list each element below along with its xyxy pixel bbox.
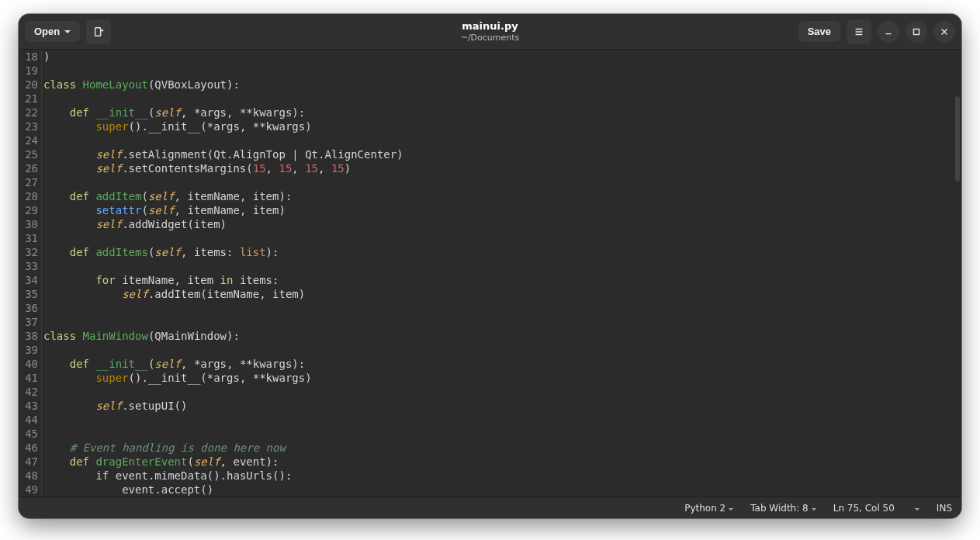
line-number: 33 [19, 259, 38, 273]
new-document-icon [93, 26, 104, 37]
line-number: 39 [19, 343, 38, 357]
line-number: 34 [19, 273, 38, 287]
line-number: 36 [19, 301, 38, 315]
minimize-icon [883, 26, 894, 37]
chevron-down-icon [725, 503, 733, 514]
status-bar: Python 2 Tab Width: 8 Ln 75, Col 50 INS [19, 497, 961, 518]
line-number: 46 [19, 441, 38, 455]
code-line[interactable]: def addItems(self, items: list): [43, 245, 961, 259]
save-button[interactable]: Save [798, 21, 840, 42]
insert-mode-label: INS [937, 503, 952, 514]
line-number: 43 [19, 399, 38, 413]
code-line[interactable]: def dragEnterEvent(self, event): [43, 455, 961, 469]
chevron-down-icon [64, 26, 71, 37]
line-number: 42 [19, 385, 38, 399]
line-number: 21 [19, 92, 38, 106]
line-number: 35 [19, 287, 38, 301]
language-label: Python 2 [684, 503, 725, 514]
code-line[interactable] [43, 92, 961, 106]
svg-rect-1 [914, 29, 919, 34]
tab-width-label: Tab Width: 8 [750, 503, 808, 514]
line-number: 31 [19, 231, 38, 245]
open-button-label: Open [34, 26, 60, 37]
line-number: 40 [19, 357, 38, 371]
code-line[interactable] [43, 64, 961, 78]
code-line[interactable] [43, 413, 961, 427]
code-line[interactable]: if event.mimeData().hasUrls(): [43, 469, 961, 483]
code-line[interactable]: self.setContentsMargins(15, 15, 15, 15) [43, 161, 961, 175]
code-line[interactable]: for itemName, item in items: [43, 273, 961, 287]
line-number: 47 [19, 455, 38, 469]
goto-line[interactable] [912, 503, 919, 514]
hamburger-menu-button[interactable] [847, 19, 871, 44]
code-line[interactable]: class HomeLayout(QVBoxLayout): [43, 78, 961, 92]
chevron-down-icon [809, 503, 816, 514]
code-line[interactable]: super().__init__(*args, **kwargs) [43, 119, 961, 133]
hamburger-icon [854, 26, 864, 37]
maximize-button[interactable] [906, 21, 927, 43]
line-number: 38 [19, 329, 38, 343]
line-number: 25 [19, 147, 38, 161]
code-line[interactable] [43, 175, 961, 189]
header-bar: Open mainui.py ~/Documents Save [19, 14, 961, 50]
code-line[interactable]: class MainWindow(QMainWindow): [43, 329, 961, 343]
line-number: 23 [19, 119, 38, 133]
code-line[interactable]: def addItem(self, itemName, item): [43, 189, 961, 203]
svg-rect-0 [95, 27, 101, 36]
code-line[interactable]: event.accept() [43, 483, 961, 497]
code-line[interactable]: def __init__(self, *args, **kwargs): [43, 357, 961, 371]
line-number: 28 [19, 189, 38, 203]
code-line[interactable] [43, 385, 961, 399]
code-line[interactable]: self.setAlignment(Qt.AlignTop | Qt.Align… [43, 147, 961, 161]
cursor-position[interactable]: Ln 75, Col 50 [833, 503, 895, 514]
line-number: 30 [19, 217, 38, 231]
line-number: 18 [19, 50, 38, 64]
chevron-down-icon [912, 503, 919, 514]
code-line[interactable] [43, 343, 961, 357]
language-selector[interactable]: Python 2 [684, 503, 733, 514]
line-number: 19 [19, 64, 38, 78]
scrollbar-thumb[interactable] [955, 96, 960, 182]
editor-window: Open mainui.py ~/Documents Save [19, 14, 961, 518]
line-number-gutter: 1819202122232425262728293031323334353637… [19, 50, 42, 497]
code-line[interactable]: super().__init__(*args, **kwargs) [43, 371, 961, 385]
code-line[interactable]: def __init__(self, *args, **kwargs): [43, 106, 961, 119]
cursor-position-label: Ln 75, Col 50 [833, 503, 895, 514]
tab-width-selector[interactable]: Tab Width: 8 [750, 503, 816, 514]
code-line[interactable]: self.addItem(itemName, item) [43, 287, 961, 301]
minimize-button[interactable] [878, 21, 899, 43]
close-button[interactable] [933, 21, 955, 43]
maximize-icon [911, 26, 922, 37]
line-number: 37 [19, 315, 38, 329]
line-number: 20 [19, 78, 38, 92]
line-number: 44 [19, 413, 38, 427]
save-button-label: Save [808, 26, 831, 37]
line-number: 49 [19, 483, 38, 497]
open-button[interactable]: Open [25, 21, 80, 42]
code-line[interactable]: ) [43, 50, 961, 64]
line-number: 26 [19, 161, 38, 175]
line-number: 24 [19, 133, 38, 147]
editor-area[interactable]: 1819202122232425262728293031323334353637… [19, 50, 961, 497]
code-line[interactable] [43, 427, 961, 441]
code-line[interactable]: self.setupUI() [43, 399, 961, 413]
code-line[interactable] [43, 301, 961, 315]
code-line[interactable] [43, 315, 961, 329]
line-number: 41 [19, 371, 38, 385]
code-line[interactable] [43, 259, 961, 273]
code-line[interactable]: # Event handling is done here now [43, 441, 961, 455]
line-number: 45 [19, 427, 38, 441]
code-line[interactable]: setattr(self, itemName, item) [43, 203, 961, 217]
insert-mode[interactable]: INS [937, 503, 952, 514]
new-tab-button[interactable] [86, 19, 111, 44]
code-line[interactable] [43, 133, 961, 147]
line-number: 48 [19, 469, 38, 483]
code-content[interactable]: ) class HomeLayout(QVBoxLayout): def __i… [42, 50, 961, 497]
line-number: 29 [19, 203, 38, 217]
line-number: 32 [19, 245, 38, 259]
code-line[interactable]: self.addWidget(item) [43, 217, 961, 231]
line-number: 27 [19, 175, 38, 189]
line-number: 22 [19, 106, 38, 119]
code-line[interactable] [43, 231, 961, 245]
close-icon [939, 26, 950, 37]
